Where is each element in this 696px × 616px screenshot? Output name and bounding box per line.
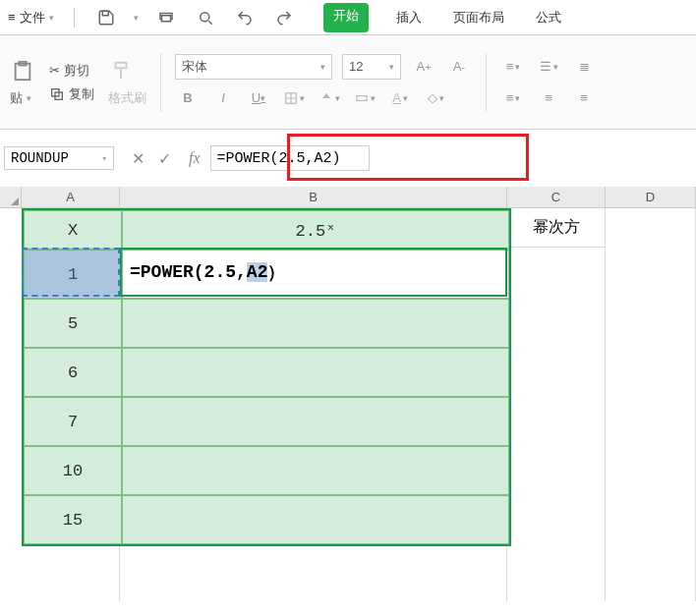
chevron-down-icon: ▾	[102, 153, 107, 164]
align-middle-button[interactable]: ☰	[536, 54, 561, 80]
cell-value: 6	[68, 364, 78, 382]
confirm-icon[interactable]: ✓	[158, 149, 171, 168]
underline-button[interactable]: U▾	[246, 85, 271, 111]
column-header-c[interactable]: C	[507, 187, 606, 207]
svg-rect-0	[102, 11, 108, 16]
save-icon[interactable]	[94, 6, 118, 29]
cell-value: X	[68, 221, 78, 240]
font-name-value: 宋体	[182, 58, 207, 76]
font-name-select[interactable]: 宋体▾	[175, 54, 332, 80]
column-header-b[interactable]: B	[120, 187, 507, 207]
cell-value: 2.5ˣ	[296, 220, 336, 241]
paste-label: 贴	[10, 89, 23, 107]
name-box-value: ROUNDUP	[11, 150, 69, 166]
fx-icon[interactable]: fx	[189, 149, 201, 167]
cell-b4[interactable]	[122, 348, 509, 397]
file-label: 文件	[20, 9, 45, 27]
tab-label: 开始	[333, 8, 359, 23]
decrease-font-icon[interactable]: A-	[446, 54, 472, 80]
svg-rect-1	[161, 15, 170, 21]
header-x[interactable]: X	[24, 210, 122, 250]
align-center-button[interactable]: ≡	[536, 85, 561, 111]
format-painter-label: 格式刷	[108, 89, 146, 107]
tab-formulas[interactable]: 公式	[532, 3, 565, 32]
cell-b7[interactable]	[122, 495, 509, 544]
cell-value: 1	[68, 265, 78, 284]
italic-label: I	[221, 90, 225, 105]
cell-a4[interactable]: 6	[24, 348, 122, 397]
copy-icon	[49, 86, 65, 102]
cell-value: 10	[63, 462, 83, 480]
header-expo[interactable]: 2.5ˣ	[122, 210, 509, 250]
border-button[interactable]	[281, 85, 307, 111]
copy-label: 复制	[69, 85, 94, 103]
cell-a3[interactable]: 5	[24, 299, 122, 348]
bold-label: B	[183, 90, 192, 105]
cancel-icon[interactable]: ✕	[132, 149, 145, 168]
chevron-down-icon: ▾	[49, 13, 54, 23]
cell-editor[interactable]: =POWER(2.5,A2）	[124, 248, 503, 297]
file-menu[interactable]: ≡ 文件 ▾	[8, 9, 54, 27]
align-bottom-button[interactable]: ≣	[571, 54, 597, 80]
menu-icon: ≡	[8, 10, 16, 25]
italic-button[interactable]: I	[210, 85, 236, 111]
cell-a7[interactable]: 15	[24, 495, 122, 544]
cell-a5[interactable]: 7	[24, 397, 122, 446]
redo-icon[interactable]	[272, 6, 296, 29]
align-top-button[interactable]: ≡	[500, 54, 526, 80]
font-color-button[interactable]: A	[387, 85, 413, 111]
align-left-button[interactable]: ≡	[500, 85, 526, 111]
font-size-select[interactable]: 12▾	[342, 54, 401, 80]
separator	[74, 8, 75, 28]
formula-ref: A2	[247, 262, 268, 282]
scissors-icon: ✂	[49, 63, 60, 78]
column-label: A	[66, 190, 75, 204]
name-box[interactable]: ROUNDUP ▾	[4, 146, 114, 170]
font-size-value: 12	[349, 59, 363, 74]
format-painter-button[interactable]: 格式刷	[108, 89, 146, 107]
paste-icon[interactable]	[10, 58, 35, 84]
cell-value: 7	[68, 413, 78, 431]
bold-button[interactable]: B	[175, 85, 201, 111]
cell-b5[interactable]	[122, 397, 509, 446]
eraser-button[interactable]: ◇	[423, 85, 448, 111]
paste-button[interactable]: 贴▾	[10, 89, 35, 107]
cut-label: 剪切	[64, 62, 89, 80]
formula-part: =POWER(2.5,	[130, 262, 247, 282]
select-all-corner[interactable]	[0, 187, 22, 207]
cell-a2[interactable]: 1	[24, 250, 122, 299]
tab-label: 公式	[536, 10, 561, 25]
column-header-a[interactable]: A	[22, 187, 120, 207]
cell-c1[interactable]: 幂次方	[507, 208, 606, 248]
cell-b6[interactable]	[122, 446, 509, 495]
tab-layout[interactable]: 页面布局	[449, 3, 508, 32]
svg-rect-9	[356, 95, 367, 100]
underline-label: U	[252, 90, 261, 105]
undo-icon[interactable]	[233, 6, 257, 29]
align-right-button[interactable]: ≡	[571, 85, 597, 111]
svg-rect-7	[116, 62, 127, 68]
cell-a6[interactable]: 10	[24, 446, 122, 495]
copy-button[interactable]: 复制	[49, 85, 94, 103]
column-header-d[interactable]: D	[606, 187, 696, 207]
format-painter-icon[interactable]	[108, 58, 134, 84]
tab-label: 页面布局	[453, 10, 504, 25]
separator	[486, 53, 487, 112]
cell-value: 幂次方	[533, 217, 580, 238]
cell-value: 15	[63, 511, 83, 530]
preview-icon[interactable]	[194, 6, 217, 29]
increase-font-icon[interactable]: A+	[411, 54, 436, 80]
column-label: C	[551, 190, 560, 204]
tab-label: 插入	[396, 10, 422, 25]
formula-part: ）	[267, 260, 285, 284]
print-icon[interactable]	[154, 6, 178, 29]
cut-button[interactable]: ✂ 剪切	[49, 62, 94, 80]
chevron-down-icon[interactable]: ▾	[134, 13, 139, 23]
tab-start[interactable]: 开始	[323, 3, 369, 32]
merge-button[interactable]	[352, 85, 377, 111]
tab-insert[interactable]: 插入	[392, 3, 426, 32]
cell-value: 5	[68, 314, 78, 333]
fill-color-button[interactable]	[317, 85, 342, 111]
cell-b3[interactable]	[122, 299, 509, 348]
column-label: B	[309, 190, 318, 204]
